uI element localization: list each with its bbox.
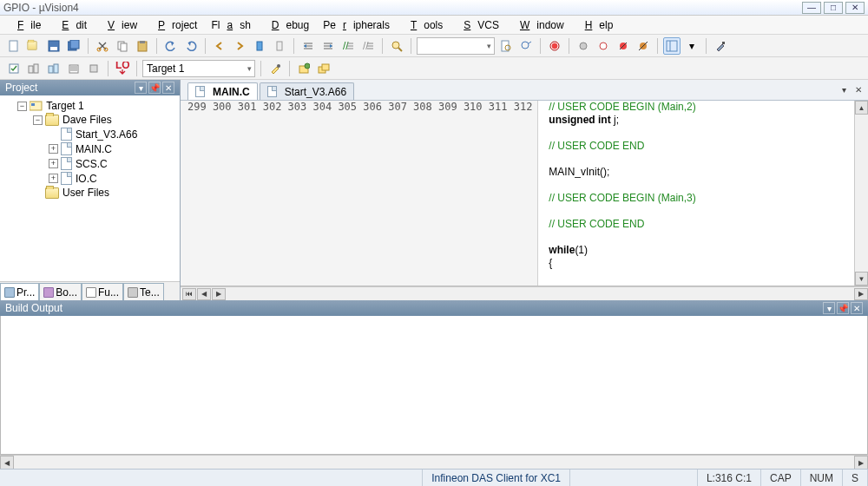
- menu-view[interactable]: View: [94, 17, 144, 33]
- incremental-find-icon[interactable]: [517, 37, 535, 55]
- editor-tab-start[interactable]: Start_V3.A66: [260, 82, 354, 100]
- menu-bar: File Edit View Project Flash Debug Perip…: [0, 16, 868, 35]
- tab-templates[interactable]: Te...: [123, 283, 164, 300]
- nav-next-icon[interactable]: ▶: [212, 288, 226, 300]
- build-output-body[interactable]: [0, 316, 868, 455]
- download-icon[interactable]: LOAD: [114, 60, 131, 77]
- tree-dave-folder[interactable]: −Dave Files: [3, 113, 176, 127]
- folder-icon: [45, 115, 59, 126]
- comment-icon[interactable]: //: [339, 37, 357, 55]
- svg-rect-0: [10, 41, 17, 51]
- batch-build-icon[interactable]: [65, 60, 82, 77]
- scroll-left-icon[interactable]: ◀: [0, 456, 14, 470]
- breakpoint-insert-icon[interactable]: [575, 37, 592, 55]
- bookmark-toggle-icon[interactable]: [251, 37, 268, 55]
- tree-file[interactable]: +SCS.C: [3, 156, 176, 171]
- code-editor[interactable]: 299 300 301 302 303 304 305 306 307 308 …: [181, 101, 868, 286]
- editor-vscroll[interactable]: ▲ ▼: [854, 101, 868, 286]
- status-scrl: S: [843, 470, 868, 486]
- panel-close-icon[interactable]: ✕: [162, 82, 174, 94]
- paste-icon[interactable]: [134, 37, 151, 55]
- menu-svcs[interactable]: SVCS: [450, 17, 506, 33]
- manage-project-icon[interactable]: [295, 60, 312, 77]
- tree-user-folder[interactable]: User Files: [3, 186, 176, 200]
- panel-dropdown-icon[interactable]: ▾: [135, 82, 147, 94]
- panel-pin-icon[interactable]: 📌: [148, 82, 161, 94]
- undo-icon[interactable]: [162, 37, 180, 55]
- project-panel-header: Project ▾ 📌 ✕: [0, 80, 180, 95]
- panel-dropdown-icon[interactable]: ▾: [823, 302, 835, 314]
- build-output-hscroll[interactable]: ◀ ▶: [0, 455, 868, 469]
- panel-pin-icon[interactable]: 📌: [837, 302, 849, 314]
- translate-icon[interactable]: [5, 60, 23, 77]
- scroll-up-icon[interactable]: ▲: [855, 101, 868, 115]
- menu-help[interactable]: Help: [571, 17, 621, 33]
- project-tree[interactable]: − Target 1 −Dave Files Start_V3.A66 +MAI…: [0, 95, 180, 281]
- menu-file[interactable]: File: [3, 17, 48, 33]
- tree-root[interactable]: − Target 1: [3, 99, 176, 113]
- menu-project[interactable]: Project: [144, 17, 204, 33]
- copy-icon[interactable]: [114, 37, 131, 55]
- build-icon[interactable]: [25, 60, 43, 77]
- indent-icon[interactable]: [299, 37, 317, 55]
- target-options-icon[interactable]: [266, 60, 284, 77]
- stop-build-icon[interactable]: [85, 60, 102, 77]
- svg-point-23: [600, 43, 607, 49]
- menu-flash[interactable]: Flash: [204, 17, 257, 33]
- bookmark-clear-icon[interactable]: [271, 37, 288, 55]
- svg-rect-4: [70, 40, 79, 49]
- debug-start-icon[interactable]: [546, 37, 563, 55]
- find-combo[interactable]: [417, 37, 495, 55]
- menu-peripherals[interactable]: Peripherals: [316, 17, 397, 33]
- menu-edit[interactable]: Edit: [48, 17, 94, 33]
- manage-multi-icon[interactable]: [315, 60, 332, 77]
- breakpoint-disable-icon[interactable]: [615, 37, 632, 55]
- editor-tab-main[interactable]: MAIN.C: [187, 82, 258, 100]
- tab-project[interactable]: Pr...: [0, 283, 39, 300]
- menu-window[interactable]: Window: [506, 17, 571, 33]
- bookmark-prev-icon[interactable]: [211, 37, 228, 55]
- tree-file[interactable]: +MAIN.C: [3, 141, 176, 156]
- tab-functions[interactable]: Fu...: [82, 283, 123, 300]
- find-icon[interactable]: [388, 37, 405, 55]
- code-content[interactable]: // USER CODE BEGIN (Main,2) unsigned int…: [538, 101, 854, 286]
- cut-icon[interactable]: [94, 37, 111, 55]
- breakpoint-kill-icon[interactable]: [635, 37, 652, 55]
- find-in-files-icon[interactable]: [497, 37, 515, 55]
- open-file-icon[interactable]: [25, 37, 43, 55]
- target-combo[interactable]: Target 1: [142, 60, 255, 77]
- nav-prev-icon[interactable]: ◀: [197, 288, 211, 300]
- tab-books[interactable]: Bo...: [39, 283, 82, 300]
- editor-hscroll[interactable]: ⏮ ◀ ▶ ▶: [181, 286, 868, 300]
- tabs-dropdown-icon[interactable]: ▾: [838, 83, 850, 95]
- maximize-button[interactable]: □: [824, 2, 843, 14]
- rebuild-icon[interactable]: [45, 60, 62, 77]
- close-button[interactable]: ✕: [845, 2, 865, 14]
- tree-file[interactable]: Start_V3.A66: [3, 127, 176, 141]
- tree-file[interactable]: +IO.C: [3, 171, 176, 186]
- scroll-right-icon[interactable]: ▶: [854, 456, 868, 470]
- outdent-icon[interactable]: [319, 37, 337, 55]
- scroll-down-icon[interactable]: ▼: [855, 272, 868, 286]
- menu-tools[interactable]: Tools: [397, 17, 450, 33]
- redo-icon[interactable]: [182, 37, 200, 55]
- status-device: Infineon DAS Client for XC1: [423, 470, 570, 486]
- svg-rect-28: [667, 41, 677, 51]
- svg-rect-12: [277, 42, 282, 50]
- nav-first-icon[interactable]: ⏮: [182, 288, 196, 300]
- save-all-icon[interactable]: [65, 37, 82, 55]
- tabs-close-icon[interactable]: ✕: [852, 83, 865, 95]
- menu-debug[interactable]: Debug: [258, 17, 316, 33]
- window-layout-icon[interactable]: [663, 37, 681, 55]
- save-icon[interactable]: [45, 37, 62, 55]
- new-file-icon[interactable]: [5, 37, 23, 55]
- bookmark-next-icon[interactable]: [231, 37, 248, 55]
- toolbar-dropdown-icon[interactable]: ▾: [683, 37, 700, 55]
- scroll-right-icon[interactable]: ▶: [854, 288, 868, 300]
- configure-icon[interactable]: [712, 37, 729, 55]
- uncomment-icon[interactable]: //: [359, 37, 377, 55]
- minimize-button[interactable]: —: [802, 2, 821, 14]
- panel-close-icon[interactable]: ✕: [851, 302, 863, 314]
- svg-rect-8: [121, 43, 127, 51]
- breakpoint-enable-icon[interactable]: [595, 37, 612, 55]
